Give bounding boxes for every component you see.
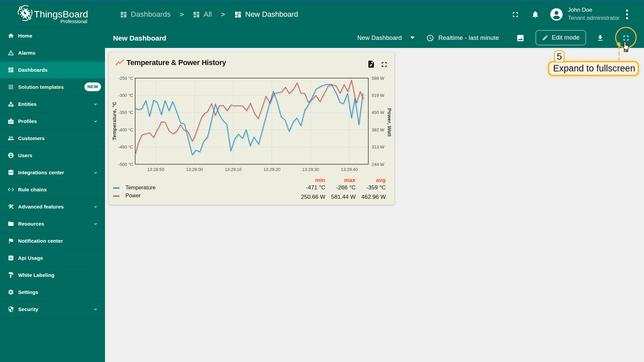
svg-text:13:29:10: 13:29:10 (225, 167, 242, 172)
svg-text:-400 °C: -400 °C (118, 127, 133, 132)
svg-text:-300 °C: -300 °C (118, 93, 133, 98)
svg-text:313 W: 313 W (372, 144, 384, 149)
svg-text:450 W: 450 W (372, 110, 384, 115)
svg-text:13:28:50: 13:28:50 (147, 167, 164, 172)
svg-text:-350 °C: -350 °C (118, 110, 133, 115)
svg-text:588 W: 588 W (372, 76, 384, 81)
svg-text:13:29:00: 13:29:00 (186, 167, 203, 172)
svg-text:244 W: 244 W (372, 162, 384, 167)
svg-text:382 W: 382 W (372, 127, 384, 132)
svg-text:13:29:40: 13:29:40 (341, 167, 358, 172)
svg-text:13:29:20: 13:29:20 (263, 167, 280, 172)
svg-text:13:29:30: 13:29:30 (302, 167, 319, 172)
svg-text:Temperature, °C: Temperature, °C (111, 102, 117, 140)
svg-text:-250 °C: -250 °C (118, 76, 133, 81)
svg-text:519 W: 519 W (372, 93, 384, 98)
svg-text:Power, Watt: Power, Watt (387, 108, 392, 136)
svg-text:-450 °C: -450 °C (118, 144, 133, 149)
svg-text:-500 °C: -500 °C (118, 162, 133, 167)
svg-text:Professional: Professional (60, 19, 87, 24)
svg-text:ThingsBoard: ThingsBoard (34, 9, 88, 19)
